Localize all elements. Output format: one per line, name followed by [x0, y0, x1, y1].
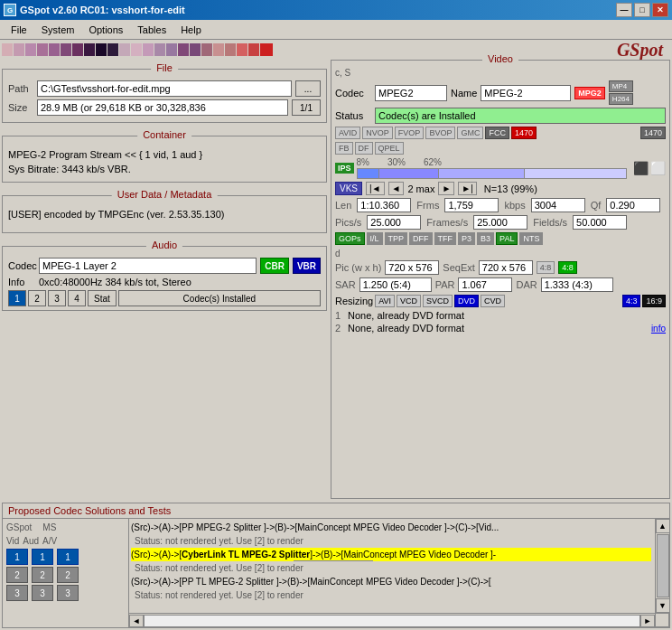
color-block	[25, 43, 36, 56]
scroll-thumb[interactable]	[657, 534, 669, 597]
path-input[interactable]	[37, 80, 292, 97]
close-button[interactable]: ✕	[652, 3, 668, 17]
row2-buttons: 2 2 2	[6, 567, 125, 583]
pics-label: Pics/s	[335, 217, 361, 228]
vbr-button[interactable]: VBR	[293, 258, 321, 274]
b3-btn[interactable]: B3	[477, 232, 494, 245]
track-btn-3[interactable]: 3	[48, 290, 66, 306]
ratio-active: 4:8	[558, 261, 577, 274]
badge-gmc: GMC	[457, 127, 483, 139]
tpp-btn[interactable]: TPP	[385, 232, 408, 245]
scroll-track-h[interactable]	[144, 615, 640, 627]
progress-area: IPS 8% 30% 62%	[335, 157, 666, 179]
codec-status-1: Status: not rendered yet. Use [2] to ren…	[131, 534, 651, 548]
color-block	[213, 43, 224, 56]
video-panel-title: Video	[482, 53, 518, 64]
prev-frame-button[interactable]: ◄	[388, 182, 405, 195]
scroll-up-button[interactable]: ▲	[656, 519, 670, 533]
badge-fcc: FCC	[485, 127, 509, 139]
cvd-btn[interactable]: CVD	[481, 295, 505, 307]
color-block	[237, 43, 247, 56]
pic-value: 720 x 576	[385, 260, 439, 275]
dar-value: 1.333 (4:3)	[541, 277, 613, 292]
minimize-button[interactable]: —	[616, 3, 632, 17]
dff-btn[interactable]: DFF	[409, 232, 433, 245]
row3-btn3[interactable]: 3	[57, 585, 79, 601]
vid-label: Vid	[6, 536, 19, 546]
row1-btn2[interactable]: 1	[32, 549, 53, 565]
tff-btn[interactable]: TFF	[434, 232, 457, 245]
menu-help[interactable]: Help	[173, 23, 209, 37]
row1-btn1[interactable]: 1	[6, 549, 28, 565]
codec-status-2: Status: not rendered yet. Use [2] to ren…	[131, 561, 651, 575]
track-btn-4[interactable]: 4	[68, 290, 86, 306]
menu-file[interactable]: File	[4, 23, 34, 37]
menu-system[interactable]: System	[34, 23, 82, 37]
badge-1470-right: 1470	[640, 127, 666, 139]
play-icon[interactable]: ⬛	[633, 161, 649, 175]
container-line2: Sys Bitrate: 3443 kb/s VBR.	[8, 162, 321, 176]
progress-seg1	[358, 169, 379, 178]
color-block	[119, 43, 130, 56]
row3-btn1[interactable]: 3	[6, 585, 28, 601]
browse-button[interactable]: ...	[295, 80, 321, 97]
color-block	[201, 43, 212, 56]
color-block	[37, 43, 48, 56]
next-frame-button[interactable]: ►	[438, 182, 454, 195]
version-display: 1/1	[292, 99, 321, 116]
kbps-value: 3004	[531, 198, 585, 212]
audio-codec-input[interactable]	[39, 258, 257, 274]
track-btn-1[interactable]: 1	[8, 290, 26, 306]
pct2-label: 30%	[387, 157, 406, 167]
stop-icon[interactable]: ⬜	[650, 161, 666, 175]
badge-avid: AVID	[335, 127, 360, 139]
nts-btn[interactable]: NTS	[519, 232, 543, 245]
row3-btn2[interactable]: 3	[32, 585, 53, 601]
size-row: Size 28.9 MB (or 29,618 KB or 30,328,836…	[8, 99, 321, 116]
aud-label: Aud	[23, 536, 39, 546]
p3-btn[interactable]: P3	[458, 232, 475, 245]
svcd-btn[interactable]: SVCD	[423, 295, 453, 307]
audio-codec-installed-button[interactable]: Codec(s) Installed	[118, 290, 321, 306]
track-btn-2[interactable]: 2	[28, 290, 46, 306]
cbr-button[interactable]: CBR	[260, 258, 289, 274]
stat-button[interactable]: Stat	[88, 290, 117, 306]
scroll-left-button[interactable]: ◄	[129, 615, 144, 627]
scroll-right-button[interactable]: ►	[640, 615, 655, 627]
gops-btn[interactable]: GOPs	[335, 232, 365, 245]
ratio-43-btn[interactable]: 4:3	[622, 295, 641, 307]
maximize-button[interactable]: □	[634, 3, 650, 17]
row2-btn2[interactable]: 2	[32, 567, 53, 583]
av-label: A/V	[42, 536, 57, 546]
ratio-169-btn[interactable]: 16:9	[642, 295, 666, 307]
menu-options[interactable]: Options	[81, 23, 130, 37]
path-label: Path	[8, 83, 33, 94]
prev-button[interactable]: |◄	[366, 182, 385, 195]
color-block	[248, 43, 259, 56]
dvd-btn[interactable]: DVD	[454, 295, 479, 307]
info-button[interactable]: info	[651, 324, 666, 334]
color-block	[260, 43, 273, 56]
pic-label: Pic (w x h)	[335, 262, 381, 273]
row2-btn1[interactable]: 2	[6, 567, 28, 583]
title-text: GSpot v2.60 RC01: vsshort-for-edit	[20, 5, 185, 15]
il-btn[interactable]: I/L	[367, 232, 383, 245]
vks-button[interactable]: VKS	[335, 182, 362, 195]
codec-status-3: Status: not rendered yet. Use [2] to ren…	[131, 588, 651, 602]
bottom-left-controls: GSpot MS Vid Aud A/V 1 1 1 2 2 2	[3, 519, 129, 627]
horizontal-scrollbar[interactable]: ◄ ►	[129, 613, 655, 627]
ips-badge: IPS	[335, 163, 354, 174]
pal-btn[interactable]: PAL	[496, 232, 518, 245]
vcd-btn[interactable]: VCD	[397, 295, 421, 307]
avi-btn[interactable]: AVI	[375, 295, 395, 307]
menu-tables[interactable]: Tables	[130, 23, 173, 37]
row2-btn3[interactable]: 2	[57, 567, 79, 583]
codec-input[interactable]	[375, 85, 447, 101]
row1-btn3[interactable]: 1	[57, 549, 79, 565]
vertical-scrollbar[interactable]: ▲ ▼	[655, 519, 669, 613]
codec-line-1: (Src)->(A)->[PP MPEG-2 Splitter ]->(B)->…	[131, 521, 651, 534]
scroll-down-button[interactable]: ▼	[656, 598, 670, 613]
audio-codec-row: Codec CBR VBR	[8, 258, 321, 274]
name-input[interactable]	[481, 85, 571, 101]
next-button[interactable]: ►|	[458, 182, 477, 195]
